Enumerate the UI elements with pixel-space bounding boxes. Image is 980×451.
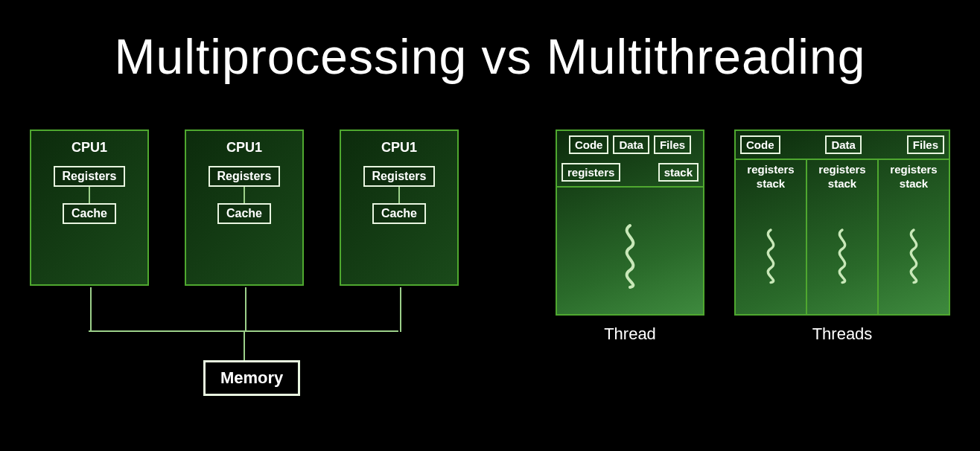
registers-box: Registers [209, 166, 281, 187]
segment-code: Code [740, 135, 780, 154]
segment-code: Code [569, 135, 609, 154]
thread-column: registers stack [877, 160, 949, 314]
segment-files: Files [907, 135, 944, 154]
connector-line [89, 187, 90, 203]
state-row: registers stack [557, 159, 703, 186]
connector-line [245, 287, 246, 332]
connector-line [244, 187, 245, 203]
multi-thread-box: Code Data Files registers stack [734, 129, 950, 316]
state-registers: registers [561, 163, 620, 182]
cpu-label: CPU1 [71, 140, 107, 156]
connector-line [400, 287, 401, 332]
thread-squiggle-icon [901, 197, 926, 315]
cpu-label: CPU1 [226, 140, 262, 156]
col-registers: registers [890, 163, 937, 176]
bus-line [244, 330, 245, 362]
cpu-label: CPU1 [381, 140, 417, 156]
connector-line [398, 187, 400, 203]
memory-box: Memory [203, 360, 300, 396]
cache-box: Cache [63, 203, 116, 224]
thread-squiggle-icon [758, 197, 783, 315]
multithreading-diagram: Code Data Files registers stack [556, 129, 950, 397]
segment-data: Data [613, 135, 649, 154]
multi-thread-caption: Threads [812, 324, 873, 344]
slide-content: CPU1 Registers Cache CPU1 Registers Cach… [0, 85, 980, 397]
col-stack: stack [900, 177, 928, 190]
cpu-box: CPU1 Registers Cache [185, 129, 304, 286]
segment-files: Files [654, 135, 691, 154]
thread-column: registers stack [806, 160, 877, 314]
slide-title: Multiprocessing vs Multithreading [0, 0, 980, 85]
registers-box: Registers [363, 166, 436, 187]
segments-row: Code Data Files [736, 131, 949, 159]
col-stack: stack [757, 177, 785, 190]
cpu-box: CPU1 Registers Cache [30, 129, 149, 286]
multiprocessing-diagram: CPU1 Registers Cache CPU1 Registers Cach… [30, 129, 469, 397]
cache-box: Cache [372, 203, 426, 224]
registers-box: Registers [54, 166, 126, 187]
thread-squiggle-icon [615, 196, 645, 314]
segments-row: Code Data Files [557, 131, 703, 159]
cache-box: Cache [217, 203, 271, 224]
col-stack: stack [828, 177, 856, 190]
single-thread-box: Code Data Files registers stack [556, 129, 704, 316]
segment-data: Data [825, 135, 862, 154]
single-thread-caption: Thread [604, 324, 656, 344]
col-registers: registers [747, 163, 794, 176]
thread-squiggle-icon [830, 197, 855, 315]
thread-column: registers stack [736, 160, 806, 314]
col-registers: registers [818, 163, 865, 176]
state-stack: stack [658, 163, 699, 182]
connector-line [90, 287, 92, 332]
cpu-box: CPU1 Registers Cache [340, 129, 459, 286]
